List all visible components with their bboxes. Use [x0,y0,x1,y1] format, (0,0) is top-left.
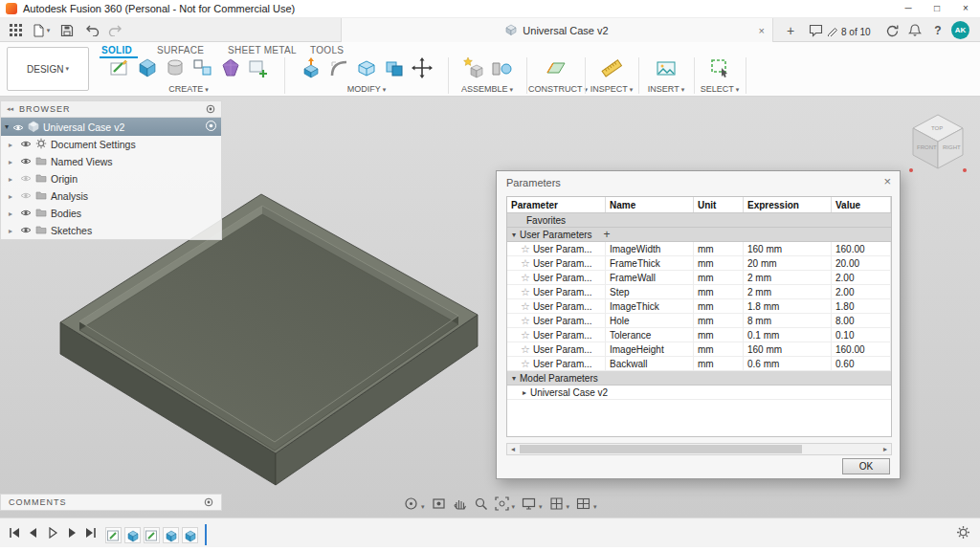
parameter-row-Backwall[interactable]: ☆User Param...Backwallmm0.6 mm0.60 [507,357,891,371]
param-expression[interactable]: 160 mm [744,242,832,255]
help-icon[interactable]: ? [928,22,947,38]
comments-pin-icon[interactable] [204,494,213,511]
tab-solid[interactable]: SOLID [101,45,132,55]
avatar[interactable]: AK [951,21,969,39]
sync-status-icon[interactable] [882,22,902,38]
group-label-assemble[interactable]: ASSEMBLE▾ [450,84,524,94]
create-form-icon[interactable] [218,55,243,80]
timeline-feature-sketch-3-icon[interactable] [144,527,160,543]
favorite-star-icon[interactable]: ☆ [521,244,530,254]
cylinder-icon[interactable] [163,55,188,80]
step-forward-button[interactable] [63,524,80,541]
close-button[interactable]: × [951,0,980,18]
param-expression[interactable]: 1.8 mm [744,299,832,313]
dialog-close-icon[interactable]: × [883,174,891,188]
parameter-row-FrameWall[interactable]: ☆User Param...FrameWallmm2 mm2.00 [507,271,891,285]
timeline-feature-box-4-icon[interactable] [163,527,179,543]
redo-icon[interactable] [105,22,124,38]
model-parameters-row[interactable]: ▾ Model Parameters [507,371,891,386]
position-badge[interactable]: 8 of 10 [827,23,871,40]
comment-bubble-icon[interactable] [806,22,825,38]
browser-item-bodies[interactable]: ▸Bodies [1,205,221,222]
expand-icon[interactable]: ▸ [9,192,16,201]
expand-icon[interactable]: ▸ [9,227,16,235]
visibility-eye-icon[interactable] [12,119,24,136]
timeline-options-gear-icon[interactable] [956,525,970,543]
browser-header[interactable]: ◂◂ BROWSER [1,101,221,118]
timeline-feature-box-5-icon[interactable] [182,527,198,543]
timeline-feature-box-2-icon[interactable] [124,527,141,543]
model-parameters-child-row[interactable]: ▸ Universal Case v2 [507,386,891,400]
file-menu-icon[interactable]: ▾ [29,22,54,38]
skip-to-end-button[interactable] [82,524,100,541]
param-expression[interactable]: 160 mm [744,342,832,356]
move-icon[interactable] [410,55,434,80]
create-sketch-icon[interactable] [107,55,132,80]
viewports-icon[interactable]: ▾ [576,494,597,511]
dialog-titlebar[interactable]: Parameters × [497,171,900,194]
comments-bar[interactable]: COMMENTS [0,494,222,511]
skip-to-start-button[interactable] [6,524,23,541]
tab-sheet-metal[interactable]: SHEET METAL [228,45,297,55]
parameter-row-FrameThick[interactable]: ☆User Param...FrameThickmm20 mm20.00 [507,256,891,271]
press-pull-icon[interactable] [299,55,323,80]
browser-item-document-settings[interactable]: ▸Document Settings [1,136,221,153]
favorite-star-icon[interactable]: ☆ [521,287,530,298]
favorite-star-icon[interactable]: ☆ [521,330,530,341]
visibility-eye-icon[interactable] [20,190,32,202]
browser-item-analysis[interactable]: ▸Analysis [1,187,221,205]
fit-view-icon[interactable]: ▾ [495,494,516,511]
parameter-row-Tolerance[interactable]: ☆User Param...Tolerancemm0.1 mm0.10 [507,328,891,342]
param-name[interactable]: FrameThick [606,256,694,270]
param-name[interactable]: Step [606,285,694,298]
visibility-eye-icon[interactable] [20,156,32,167]
minimize-button[interactable]: ─ [894,0,923,18]
measure-icon[interactable] [599,55,624,80]
panel-pin-icon[interactable] [206,100,215,118]
notifications-bell-icon[interactable] [905,22,924,38]
grid-settings-icon[interactable]: ▾ [549,494,570,511]
collapse-group-icon[interactable]: ▾ [512,374,516,383]
construct-plane-icon[interactable] [544,55,568,80]
param-expression[interactable]: 0.6 mm [744,357,832,370]
param-name[interactable]: FrameWall [606,271,694,284]
col-unit[interactable]: Unit [694,197,744,212]
ok-button[interactable]: OK [842,458,890,474]
group-label-modify[interactable]: MODIFY▾ [287,84,446,94]
step-back-button[interactable] [25,524,42,541]
browser-item-origin[interactable]: ▸Origin [1,170,221,187]
favorite-star-icon[interactable]: ☆ [521,258,530,269]
undo-icon[interactable] [82,22,101,38]
document-tab[interactable]: Universal Case v2 × [341,18,773,42]
user-parameters-row[interactable]: ▾ User Parameters + [507,228,891,242]
app-grid-icon[interactable] [6,22,25,38]
expand-icon[interactable]: ▸ [523,388,526,397]
browser-item-sketches[interactable]: ▸Sketches [1,222,221,239]
pattern-icon[interactable] [190,55,215,80]
play-button[interactable] [44,524,61,541]
parameter-row-Step[interactable]: ☆User Param...Stepmm2 mm2.00 [507,285,891,299]
param-expression[interactable]: 0.1 mm [744,328,832,342]
parameter-row-ImageWidth[interactable]: ☆User Param...ImageWidthmm160 mm160.00 [507,242,891,256]
parameter-row-ImageHeight[interactable]: ☆User Param...ImageHeightmm160 mm160.00 [507,342,891,357]
col-name[interactable]: Name [606,197,694,212]
favorite-star-icon[interactable]: ☆ [521,344,530,355]
box-icon[interactable] [135,55,160,80]
insert-canvas-icon[interactable] [246,55,271,80]
param-name[interactable]: ImageWidth [606,242,694,255]
param-expression[interactable]: 2 mm [744,285,832,298]
browser-item-named-views[interactable]: ▸Named Views [1,153,221,170]
save-icon[interactable] [57,22,77,38]
viewport-canvas[interactable]: TOP FRONT RIGHT ◂◂ BROWSER ▾ Universal C… [0,97,980,518]
expand-icon[interactable]: ▸ [9,175,16,184]
look-at-icon[interactable] [432,494,446,511]
col-value[interactable]: Value [832,197,891,212]
group-label-inspect[interactable]: INSPECT▾ [587,84,636,94]
fillet-icon[interactable] [326,55,351,80]
viewcube[interactable]: TOP FRONT RIGHT [902,103,974,176]
visibility-eye-icon[interactable] [20,173,32,185]
param-name[interactable]: ImageThick [606,299,694,313]
shell-icon[interactable] [354,55,379,80]
dialog-h-scrollbar[interactable]: ◂ ▸ [506,443,892,455]
favorite-star-icon[interactable]: ☆ [521,316,530,326]
